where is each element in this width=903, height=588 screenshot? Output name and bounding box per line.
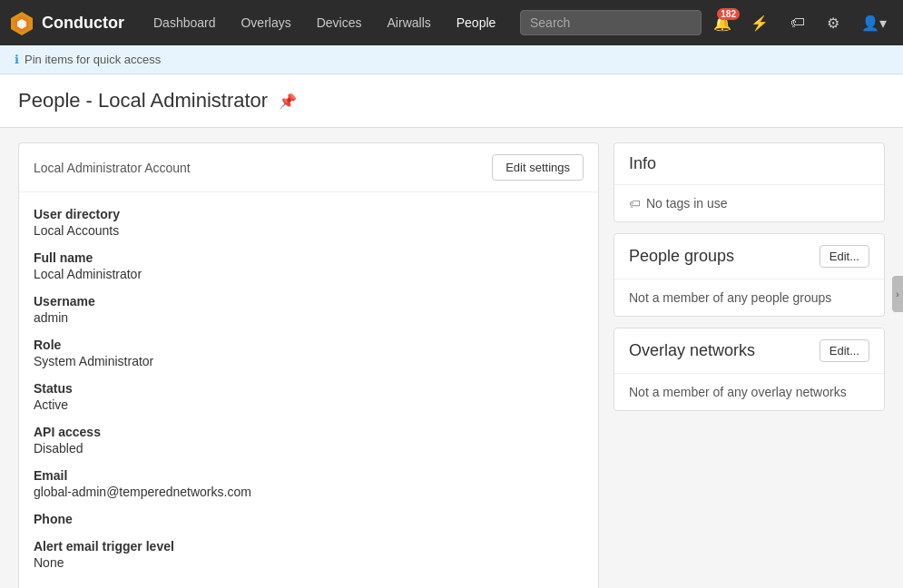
collapse-panel-button[interactable]: › bbox=[892, 276, 903, 312]
navbar: Conductor Dashboard Overlays Devices Air… bbox=[0, 0, 903, 45]
field-label-status: Status bbox=[34, 381, 584, 396]
tags-button[interactable]: 🏷 bbox=[783, 10, 812, 35]
field-label-full-name: Full name bbox=[34, 250, 584, 265]
field-api-access: API access Disabled bbox=[34, 425, 584, 456]
navbar-right: 🔔 182 ⚡ 🏷 ⚙ 👤▾ bbox=[520, 10, 894, 36]
settings-button[interactable]: ⚙ bbox=[820, 10, 847, 36]
field-label-api-access: API access bbox=[34, 425, 584, 439]
field-email: Email global-admin@temperednetworks.com bbox=[34, 468, 584, 499]
nav-links: Dashboard Overlays Devices Airwalls Peop… bbox=[142, 10, 511, 35]
field-value-username: admin bbox=[34, 310, 584, 325]
field-user-directory: User directory Local Accounts bbox=[34, 207, 584, 238]
notification-badge: 182 bbox=[717, 8, 740, 20]
field-full-name: Full name Local Administrator bbox=[34, 250, 584, 281]
notifications-button[interactable]: 🔔 182 bbox=[709, 10, 736, 36]
field-label-phone: Phone bbox=[34, 512, 584, 526]
people-groups-empty-text: Not a member of any people groups bbox=[629, 290, 831, 305]
field-label-alert-email: Alert email trigger level bbox=[34, 539, 584, 554]
search-input[interactable] bbox=[520, 10, 702, 35]
left-panel: Local Administrator Account Edit setting… bbox=[18, 142, 599, 588]
info-card: Info 🏷 No tags in use bbox=[613, 142, 885, 222]
people-groups-body: Not a member of any people groups bbox=[614, 279, 884, 316]
people-groups-card: People groups Edit... Not a member of an… bbox=[613, 233, 885, 317]
overlay-networks-empty-text: Not a member of any overlay networks bbox=[629, 385, 847, 399]
nav-dashboard[interactable]: Dashboard bbox=[142, 10, 227, 35]
people-groups-title: People groups bbox=[629, 247, 734, 266]
field-value-email: global-admin@temperednetworks.com bbox=[34, 485, 584, 499]
people-groups-edit-button[interactable]: Edit... bbox=[820, 245, 869, 268]
edit-settings-button[interactable]: Edit settings bbox=[492, 154, 584, 181]
no-tags-text: No tags in use bbox=[646, 196, 728, 211]
overlay-networks-title: Overlay networks bbox=[629, 341, 755, 360]
field-value-role: System Administrator bbox=[34, 354, 584, 368]
field-value-user-directory: Local Accounts bbox=[34, 223, 584, 238]
user-menu-button[interactable]: 👤▾ bbox=[854, 10, 894, 36]
chevron-right-icon: › bbox=[896, 289, 898, 299]
pin-bar: ℹ Pin items for quick access bbox=[0, 45, 903, 74]
lightning-button[interactable]: ⚡ bbox=[743, 10, 776, 36]
field-value-alert-email: None bbox=[34, 555, 584, 570]
pin-button[interactable]: 📌 bbox=[279, 93, 297, 110]
search-box bbox=[520, 10, 702, 35]
people-groups-header: People groups Edit... bbox=[614, 234, 884, 279]
no-tags-text-wrapper: 🏷 No tags in use bbox=[629, 196, 869, 211]
right-panels: Info 🏷 No tags in use People groups Edit… bbox=[613, 142, 885, 588]
field-phone: Phone bbox=[34, 512, 584, 526]
user-icon: 👤▾ bbox=[861, 15, 887, 31]
panel-body: User directory Local Accounts Full name … bbox=[19, 192, 598, 588]
info-title: Info bbox=[629, 154, 656, 173]
conductor-logo-icon bbox=[9, 10, 34, 35]
field-value-full-name: Local Administrator bbox=[34, 267, 584, 281]
field-username: Username admin bbox=[34, 294, 584, 325]
field-alert-email: Alert email trigger level None bbox=[34, 539, 584, 570]
main-content: Local Administrator Account Edit setting… bbox=[0, 128, 903, 588]
field-label-user-directory: User directory bbox=[34, 207, 584, 221]
nav-people[interactable]: People bbox=[446, 10, 507, 35]
overlay-networks-header: Overlay networks Edit... bbox=[614, 328, 884, 374]
overlay-networks-edit-button[interactable]: Edit... bbox=[820, 339, 869, 362]
panel-header: Local Administrator Account Edit setting… bbox=[19, 143, 598, 192]
brand-logo[interactable]: Conductor bbox=[9, 10, 124, 35]
field-value-status: Active bbox=[34, 397, 584, 412]
info-icon: ℹ bbox=[15, 53, 19, 66]
nav-airwalls[interactable]: Airwalls bbox=[377, 10, 442, 35]
pin-icon: 📌 bbox=[279, 93, 297, 109]
info-card-body: 🏷 No tags in use bbox=[614, 185, 884, 221]
field-status: Status Active bbox=[34, 381, 584, 412]
page-title-bar: People - Local Administrator 📌 bbox=[0, 74, 903, 128]
tags-icon: 🏷 bbox=[790, 15, 805, 30]
brand-name: Conductor bbox=[42, 14, 124, 33]
nav-devices[interactable]: Devices bbox=[306, 10, 373, 35]
field-label-email: Email bbox=[34, 468, 584, 483]
account-label: Local Administrator Account bbox=[34, 161, 191, 175]
field-label-role: Role bbox=[34, 338, 584, 352]
gear-icon: ⚙ bbox=[827, 15, 839, 31]
field-role: Role System Administrator bbox=[34, 338, 584, 368]
overlay-networks-body: Not a member of any overlay networks bbox=[614, 374, 884, 410]
page-title: People - Local Administrator bbox=[18, 89, 268, 113]
nav-overlays[interactable]: Overlays bbox=[230, 10, 301, 35]
field-label-username: Username bbox=[34, 294, 584, 309]
pin-bar-text: Pin items for quick access bbox=[25, 53, 161, 66]
info-card-header: Info bbox=[614, 143, 884, 185]
overlay-networks-card: Overlay networks Edit... Not a member of… bbox=[613, 328, 885, 411]
tag-icon: 🏷 bbox=[629, 197, 641, 211]
field-value-api-access: Disabled bbox=[34, 441, 584, 456]
lightning-icon: ⚡ bbox=[751, 15, 769, 31]
